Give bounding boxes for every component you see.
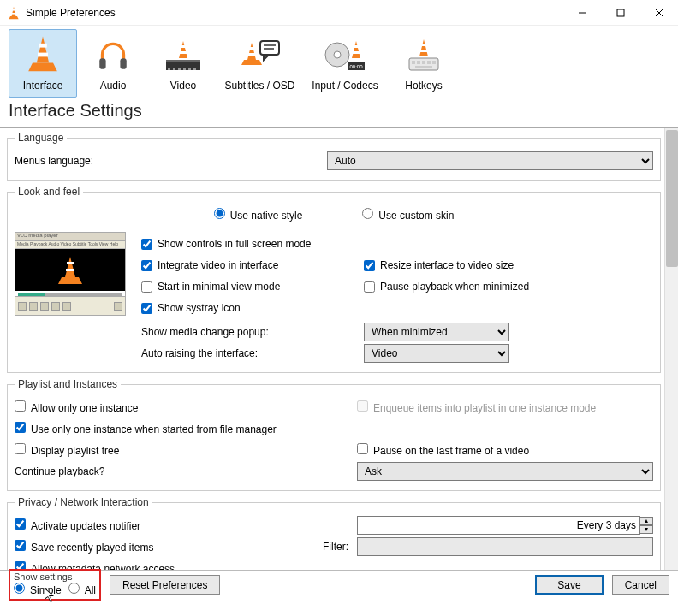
chk-systray[interactable]: Show systray icon <box>141 302 241 314</box>
category-tabs: Interface Audio Video Subtitles / OSD 00… <box>0 26 678 98</box>
svg-rect-24 <box>180 51 187 54</box>
svg-marker-28 <box>241 60 262 65</box>
minimize-button[interactable] <box>562 0 601 26</box>
tab-label: Subtitles / OSD <box>222 80 298 92</box>
update-frequency-input[interactable] <box>357 516 640 535</box>
svg-rect-17 <box>173 68 175 70</box>
chk-save-recent[interactable]: Save recently played items <box>15 542 153 554</box>
svg-marker-22 <box>179 41 187 58</box>
chk-updates-notifier[interactable]: Activate updates notifier <box>15 520 140 532</box>
svg-rect-26 <box>249 47 254 50</box>
svg-point-34 <box>334 51 341 58</box>
svg-rect-44 <box>412 61 415 64</box>
svg-rect-12 <box>99 58 105 69</box>
filter-input[interactable] <box>357 537 653 556</box>
vlc-cone-icon <box>7 6 21 20</box>
page-title: Interface Settings <box>0 98 678 127</box>
svg-marker-37 <box>352 41 360 58</box>
svg-rect-46 <box>422 61 425 64</box>
radio-show-simple[interactable]: Simple <box>14 583 62 596</box>
chk-pause-minimized[interactable]: Pause playback when minimized <box>364 281 529 293</box>
svg-rect-42 <box>420 50 427 52</box>
tab-label: Video <box>152 80 215 92</box>
group-look-and-feel: Look and feel Use native style Use custo… <box>7 186 661 373</box>
settings-scroll-area: Language Menus language: Auto Look and f… <box>0 128 664 570</box>
headphones-icon <box>81 33 145 76</box>
tab-label: Input / Codecs <box>305 80 385 92</box>
cancel-button[interactable]: Cancel <box>612 575 669 595</box>
footer: Show settings Simple All Reset Preferenc… <box>0 570 678 599</box>
title-bar: Simple Preferences <box>0 0 678 26</box>
chk-pause-last-frame[interactable]: Pause on the last frame of a video <box>357 443 529 457</box>
svg-marker-25 <box>247 43 256 60</box>
keyboard-cone-icon <box>392 33 455 76</box>
tab-video[interactable]: Video <box>149 29 217 98</box>
svg-marker-40 <box>419 39 428 56</box>
chk-display-tree[interactable]: Display playlist tree <box>15 445 119 457</box>
maximize-button[interactable] <box>601 0 639 26</box>
show-settings-group: Show settings Simple All <box>9 569 101 601</box>
svg-rect-49 <box>415 66 432 68</box>
tab-subtitles[interactable]: Subtitles / OSD <box>219 29 300 98</box>
film-cone-icon <box>152 33 215 76</box>
chk-integrate-video[interactable]: Integrate video in interface <box>141 259 278 271</box>
radio-native-style[interactable]: Use native style <box>214 208 303 222</box>
window-title: Simple Preferences <box>26 7 562 19</box>
save-button[interactable]: Save <box>535 575 603 595</box>
tab-label: Audio <box>81 80 145 92</box>
reset-preferences-button[interactable]: Reset Preferences <box>110 575 220 595</box>
svg-marker-0 <box>12 6 16 15</box>
filter-label: Filter: <box>323 541 357 553</box>
svg-rect-29 <box>260 41 279 55</box>
menus-language-label: Menus language: <box>15 155 327 167</box>
svg-rect-9 <box>39 44 47 48</box>
svg-rect-27 <box>248 53 255 56</box>
svg-rect-15 <box>166 60 200 62</box>
cone-icon <box>11 33 74 76</box>
svg-rect-41 <box>421 44 426 46</box>
media-change-select[interactable]: When minimized <box>364 323 509 341</box>
auto-raise-select[interactable]: Video <box>364 344 509 363</box>
vertical-scrollbar[interactable] <box>664 128 678 570</box>
disc-cone-icon: 00:00 <box>305 33 385 76</box>
auto-raise-label: Auto raising the interface: <box>141 347 364 359</box>
menus-language-select[interactable]: Auto <box>327 151 653 170</box>
speech-cone-icon <box>222 33 298 76</box>
chk-one-instance[interactable]: Allow only one instance <box>15 402 138 414</box>
media-change-label: Show media change popup: <box>141 326 364 338</box>
svg-rect-21 <box>193 68 196 70</box>
tab-label: Interface <box>11 80 74 92</box>
chk-one-instance-fm[interactable]: Use only one instance when started from … <box>15 422 277 435</box>
tab-interface[interactable]: Interface <box>9 29 77 98</box>
svg-marker-11 <box>28 63 57 72</box>
interface-preview: VLC media player Media Playback Audio Vi… <box>15 232 126 316</box>
svg-rect-23 <box>181 45 186 48</box>
svg-marker-30 <box>264 55 269 60</box>
group-language: Language Menus language: Auto <box>7 132 661 181</box>
show-settings-label: Show settings <box>14 572 96 582</box>
svg-rect-13 <box>120 58 126 69</box>
svg-rect-51 <box>67 262 74 264</box>
group-privacy: Privacy / Network Interaction Activate u… <box>7 496 661 570</box>
svg-marker-8 <box>37 36 49 62</box>
radio-show-all[interactable]: All <box>68 583 96 596</box>
svg-rect-18 <box>178 68 181 70</box>
svg-rect-52 <box>66 269 74 271</box>
tab-hotkeys[interactable]: Hotkeys <box>390 29 458 98</box>
update-frequency-spinner[interactable]: ▲▼ <box>639 517 653 534</box>
chk-start-minimal[interactable]: Start in minimal view mode <box>141 281 280 293</box>
chk-fullscreen-controls[interactable]: Show controls in full screen mode <box>141 238 311 250</box>
svg-text:00:00: 00:00 <box>349 64 363 69</box>
svg-rect-10 <box>38 53 48 57</box>
svg-marker-50 <box>65 257 75 277</box>
tab-input-codecs[interactable]: 00:00 Input / Codecs <box>302 29 388 98</box>
close-button[interactable] <box>639 0 678 26</box>
group-legend: Playlist and Instances <box>15 378 121 390</box>
tab-audio[interactable]: Audio <box>79 29 147 98</box>
svg-rect-45 <box>417 61 420 64</box>
radio-custom-skin[interactable]: Use custom skin <box>362 208 454 222</box>
svg-rect-20 <box>188 68 191 70</box>
continue-playback-select[interactable]: Ask <box>357 462 653 481</box>
svg-rect-19 <box>183 68 186 70</box>
chk-resize-to-video[interactable]: Resize interface to video size <box>364 259 514 271</box>
